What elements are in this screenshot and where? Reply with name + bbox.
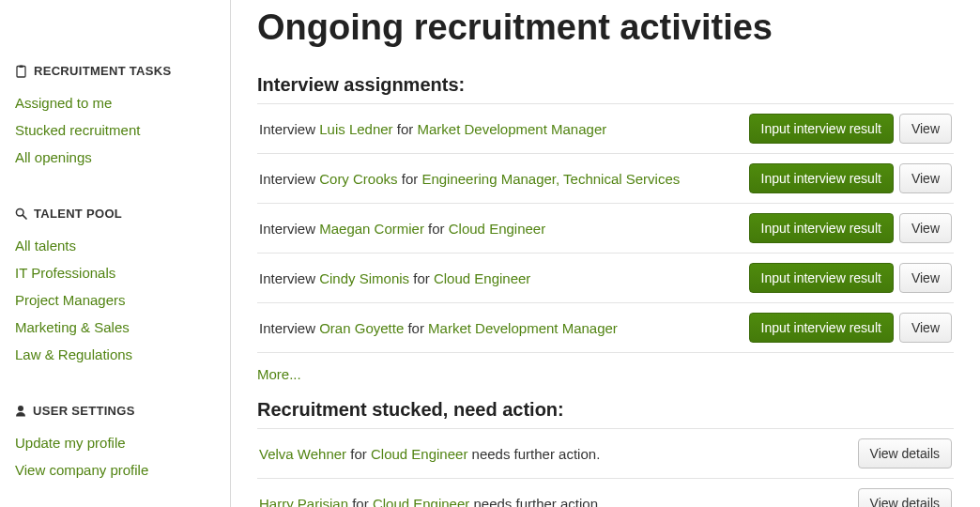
stucked-list: Velva Wehner for Cloud Engineer needs fu… xyxy=(257,428,954,507)
position-link[interactable]: Cloud Engineer xyxy=(434,270,530,286)
position-link[interactable]: Market Development Manager xyxy=(417,121,606,137)
sidebar-item-all-talents[interactable]: All talents xyxy=(15,232,213,259)
interview-row-text: Interview Luis Ledner for Market Develop… xyxy=(259,121,606,137)
view-details-button[interactable]: View details xyxy=(858,488,952,507)
sidebar-heading-label: USER SETTINGS xyxy=(33,404,135,418)
sidebar-item-all-openings[interactable]: All openings xyxy=(15,144,213,171)
interview-row: Interview Cory Crooks for Engineering Ma… xyxy=(257,153,954,203)
candidate-link[interactable]: Harry Parisian xyxy=(259,496,348,508)
sidebar-heading-label: RECRUITMENT TASKS xyxy=(34,64,171,78)
text-prefix: Interview xyxy=(259,270,319,286)
position-link[interactable]: Cloud Engineer xyxy=(373,496,469,508)
interview-list: Interview Luis Ledner for Market Develop… xyxy=(257,103,954,353)
input-interview-result-button[interactable]: Input interview result xyxy=(749,263,894,293)
sidebar-item-project-managers[interactable]: Project Managers xyxy=(15,286,213,314)
interview-row-text: Interview Maegan Cormier for Cloud Engin… xyxy=(259,221,545,237)
view-button[interactable]: View xyxy=(899,313,952,343)
text-prefix: Interview xyxy=(259,121,319,137)
text-for: for xyxy=(346,446,371,462)
svg-rect-0 xyxy=(17,66,25,77)
section-interview-assignments: Interview assignments: Interview Luis Le… xyxy=(257,74,954,399)
clipboard-icon xyxy=(15,65,27,78)
section-heading-stucked: Recruitment stucked, need action: xyxy=(257,399,954,421)
row-actions: Input interview resultView xyxy=(749,213,953,243)
interview-row: Interview Oran Goyette for Market Develo… xyxy=(257,302,954,353)
main-content: Ongoing recruitment activities Interview… xyxy=(231,0,980,507)
input-interview-result-button[interactable]: Input interview result xyxy=(749,163,894,193)
row-actions: Input interview resultView xyxy=(749,114,953,144)
candidate-link[interactable]: Luis Ledner xyxy=(319,121,392,137)
text-for: for xyxy=(348,496,373,508)
sidebar-item-assigned-to-me[interactable]: Assigned to me xyxy=(15,89,213,116)
text-prefix: Interview xyxy=(259,171,319,187)
input-interview-result-button[interactable]: Input interview result xyxy=(749,114,894,144)
text-for: for xyxy=(404,320,428,336)
row-actions: View details xyxy=(858,488,952,507)
sidebar-item-law-regulations[interactable]: Law & Regulations xyxy=(15,341,213,368)
view-button[interactable]: View xyxy=(899,263,952,293)
sidebar-section-talent-pool: TALENT POOL All talents IT Professionals… xyxy=(15,207,213,368)
candidate-link[interactable]: Cindy Simonis xyxy=(319,270,409,286)
svg-rect-1 xyxy=(20,65,23,68)
candidate-link[interactable]: Oran Goyette xyxy=(319,320,404,336)
position-link[interactable]: Cloud Engineer xyxy=(371,446,467,462)
text-suffix: needs further action. xyxy=(467,446,600,462)
interview-row: Interview Luis Ledner for Market Develop… xyxy=(257,103,954,153)
interview-row-text: Interview Cory Crooks for Engineering Ma… xyxy=(259,171,680,187)
sidebar-item-marketing-sales[interactable]: Marketing & Sales xyxy=(15,314,213,341)
candidate-link[interactable]: Cory Crooks xyxy=(319,171,397,187)
input-interview-result-button[interactable]: Input interview result xyxy=(749,313,894,343)
sidebar-item-stucked-recruitment[interactable]: Stucked recruitment xyxy=(15,116,213,144)
text-prefix: Interview xyxy=(259,221,319,237)
view-button[interactable]: View xyxy=(899,213,952,243)
sidebar-section-recruitment-tasks: RECRUITMENT TASKS Assigned to me Stucked… xyxy=(15,64,213,171)
user-icon xyxy=(15,405,26,417)
sidebar-heading-talent-pool: TALENT POOL xyxy=(15,207,213,221)
text-for: for xyxy=(424,221,449,237)
text-prefix: Interview xyxy=(259,320,319,336)
svg-point-4 xyxy=(18,406,23,411)
row-actions: Input interview resultView xyxy=(749,163,953,193)
input-interview-result-button[interactable]: Input interview result xyxy=(749,213,894,243)
text-for: for xyxy=(398,171,422,187)
stucked-row: Harry Parisian for Cloud Engineer needs … xyxy=(257,478,954,507)
sidebar-item-it-professionals[interactable]: IT Professionals xyxy=(15,259,213,286)
stucked-row-text: Harry Parisian for Cloud Engineer needs … xyxy=(259,496,602,508)
row-actions: Input interview resultView xyxy=(749,263,953,293)
sidebar: RECRUITMENT TASKS Assigned to me Stucked… xyxy=(15,0,231,507)
more-link[interactable]: More... xyxy=(257,366,301,382)
text-for: for xyxy=(393,121,418,137)
position-link[interactable]: Engineering Manager, Technical Services xyxy=(421,171,680,187)
candidate-link[interactable]: Maegan Cormier xyxy=(319,221,424,237)
view-button[interactable]: View xyxy=(899,114,952,144)
stucked-row: Velva Wehner for Cloud Engineer needs fu… xyxy=(257,428,954,478)
sidebar-heading-user-settings: USER SETTINGS xyxy=(15,404,213,418)
search-icon xyxy=(15,207,27,220)
row-actions: View details xyxy=(858,438,952,469)
view-details-button[interactable]: View details xyxy=(858,438,952,469)
stucked-row-text: Velva Wehner for Cloud Engineer needs fu… xyxy=(259,446,600,462)
sidebar-heading-recruitment-tasks: RECRUITMENT TASKS xyxy=(15,64,213,78)
interview-row-text: Interview Oran Goyette for Market Develo… xyxy=(259,320,618,336)
svg-line-3 xyxy=(23,215,26,219)
section-stucked: Recruitment stucked, need action: Velva … xyxy=(257,399,954,507)
interview-row-text: Interview Cindy Simonis for Cloud Engine… xyxy=(259,270,530,286)
sidebar-heading-label: TALENT POOL xyxy=(34,207,122,221)
interview-row: Interview Maegan Cormier for Cloud Engin… xyxy=(257,203,954,253)
sidebar-item-update-profile[interactable]: Update my profile xyxy=(15,429,213,456)
sidebar-section-user-settings: USER SETTINGS Update my profile View com… xyxy=(15,404,213,484)
interview-row: Interview Cindy Simonis for Cloud Engine… xyxy=(257,253,954,302)
candidate-link[interactable]: Velva Wehner xyxy=(259,446,346,462)
sidebar-item-view-company-profile[interactable]: View company profile xyxy=(15,456,213,484)
position-link[interactable]: Market Development Manager xyxy=(428,320,618,336)
text-suffix: needs further action. xyxy=(469,496,602,508)
position-link[interactable]: Cloud Engineer xyxy=(449,221,545,237)
section-heading-interviews: Interview assignments: xyxy=(257,74,954,96)
row-actions: Input interview resultView xyxy=(749,313,953,343)
text-for: for xyxy=(409,270,434,286)
page-title: Ongoing recruitment activities xyxy=(257,8,954,48)
view-button[interactable]: View xyxy=(899,163,952,193)
